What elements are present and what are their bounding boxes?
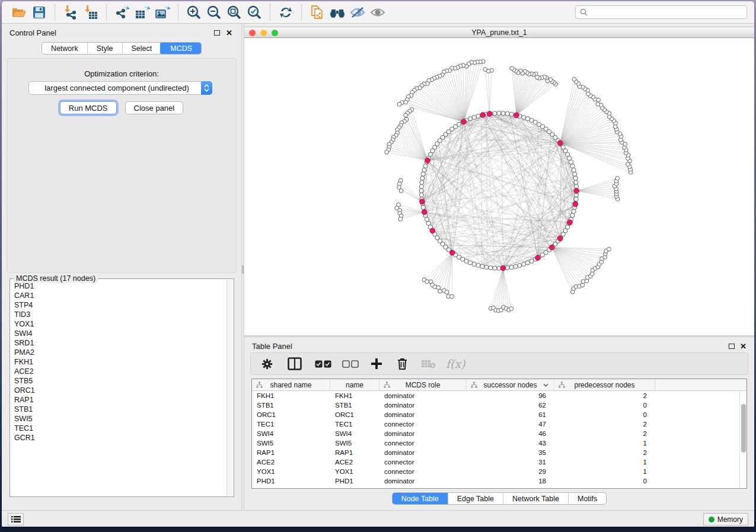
tab-mcds[interactable]: MCDS [160,42,202,55]
refresh-view-icon[interactable] [276,4,296,21]
tab-select[interactable]: Select [122,43,161,54]
tab-style[interactable]: Style [87,43,122,54]
network-node[interactable] [570,213,575,217]
network-node[interactable] [421,172,425,176]
table-cell[interactable]: connector [379,467,467,476]
table-row[interactable]: PHD1PHD1dominator180 [252,476,739,486]
mcds-result-list[interactable]: PHD1CAR1STP4TID3YOX1SWI4SRD1PMA2FKH1ACE2… [11,281,226,495]
table-cell[interactable]: ORC1 [330,410,379,419]
table-cell[interactable]: STB1 [252,400,330,410]
table-cell[interactable]: 2 [554,419,655,429]
network-node[interactable] [522,262,526,266]
network-node[interactable] [509,307,513,311]
table-scrollbar-thumb[interactable] [741,404,746,453]
network-node[interactable] [525,117,529,121]
mcds-dominator-node[interactable] [549,245,554,250]
table-cell[interactable]: 18 [467,476,554,486]
column-header-name[interactable]: name [330,379,379,390]
binoculars-icon[interactable] [327,4,347,21]
table-cell[interactable]: dominator [379,448,467,457]
mcds-result-item[interactable]: ORC1 [14,386,226,395]
table-cell[interactable]: SWI5 [252,438,330,448]
table-row[interactable]: SWI4SWI4dominator462 [252,429,739,438]
deselect-all-checkboxes-icon[interactable] [342,355,359,373]
network-node[interactable] [472,262,476,266]
network-node[interactable] [505,111,509,116]
mcds-result-scrollbar[interactable] [227,280,233,496]
network-node[interactable] [580,283,585,287]
table-cell[interactable]: 0 [554,410,655,419]
network-node[interactable] [480,264,484,268]
close-panel-icon[interactable]: ✕ [226,28,232,37]
mcds-result-item[interactable]: ACE2 [14,367,226,376]
table-cell[interactable]: RAP1 [252,448,330,457]
mcds-dominator-node[interactable] [425,158,430,164]
mcds-result-item[interactable]: TID3 [14,310,226,319]
mcds-result-item[interactable]: STP4 [14,300,226,310]
duplicate-network-icon[interactable] [307,4,327,21]
network-node[interactable] [483,68,487,72]
column-header-MCDS-role[interactable]: MCDS role [379,379,467,390]
network-node[interactable] [501,111,505,116]
network-node[interactable] [497,111,501,116]
network-node[interactable] [397,102,401,107]
table-scrollbar[interactable] [739,391,747,488]
table-cell[interactable]: 2 [554,448,655,457]
export-network-icon[interactable] [112,4,132,21]
zoom-selected-icon[interactable] [244,4,264,21]
table-cell[interactable]: 47 [467,419,554,429]
mcds-dominator-node[interactable] [557,140,563,146]
network-node[interactable] [596,102,600,106]
open-file-icon[interactable] [9,4,29,21]
run-mcds-button[interactable]: Run MCDS [60,101,117,114]
table-cell[interactable]: 29 [467,467,554,476]
optimization-criterion-select[interactable]: largest connected component (undirected) [28,81,212,95]
mcds-result-item[interactable]: FKH1 [14,357,226,367]
table-cell[interactable]: dominator [379,429,467,438]
table-cell[interactable]: connector [379,419,467,429]
table-cell[interactable]: PHD1 [252,476,330,486]
hide-selected-icon[interactable] [347,4,368,21]
show-all-icon[interactable] [368,4,388,21]
network-node[interactable] [421,206,425,210]
create-column-plus-icon[interactable] [371,355,382,373]
table-settings-gear-icon[interactable] [261,355,273,373]
network-node[interactable] [419,184,423,188]
network-node[interactable] [422,168,426,172]
mcds-dominator-node[interactable] [574,188,579,194]
column-header-predecessor-nodes[interactable]: predecessor nodes [554,379,655,390]
network-node[interactable] [574,180,578,184]
network-node[interactable] [493,266,497,270]
table-cell[interactable]: 96 [467,391,554,400]
network-node[interactable] [607,247,611,251]
export-image-icon[interactable] [152,4,173,21]
mcds-dominator-node[interactable] [420,199,425,204]
table-row[interactable]: RAP1RAP1dominator352 [252,448,739,457]
network-node[interactable] [423,164,428,168]
mcds-dominator-node[interactable] [535,255,541,261]
network-node[interactable] [468,261,472,265]
table-cell[interactable]: TEC1 [252,419,330,429]
table-cell[interactable]: FKH1 [330,391,379,400]
table-cell[interactable]: ORC1 [252,410,330,419]
table-row[interactable]: SWI5SWI5connector431 [252,438,739,448]
table-cell[interactable]: ACE2 [330,457,379,467]
network-node[interactable] [419,193,423,197]
table-row[interactable]: TEC1TEC1connector472 [252,419,739,429]
table-cell[interactable]: 1 [554,438,655,448]
network-node[interactable] [420,180,424,184]
mcds-result-item[interactable]: GCR1 [14,433,226,443]
tab-network[interactable]: Network [42,43,87,54]
mcds-dominator-node[interactable] [500,265,506,271]
network-node[interactable] [404,113,408,117]
show-column-selector-icon[interactable] [288,355,302,373]
table-cell[interactable]: 61 [467,410,554,419]
network-node[interactable] [438,289,442,293]
network-node[interactable] [513,264,518,268]
mcds-result-item[interactable]: YOX1 [14,319,226,329]
network-node[interactable] [489,265,493,270]
table-cell[interactable]: 2 [554,429,655,438]
network-view-canvas[interactable] [244,39,754,335]
tab-edge-table[interactable]: Edge Table [448,493,503,504]
table-cell[interactable]: 35 [467,448,554,457]
